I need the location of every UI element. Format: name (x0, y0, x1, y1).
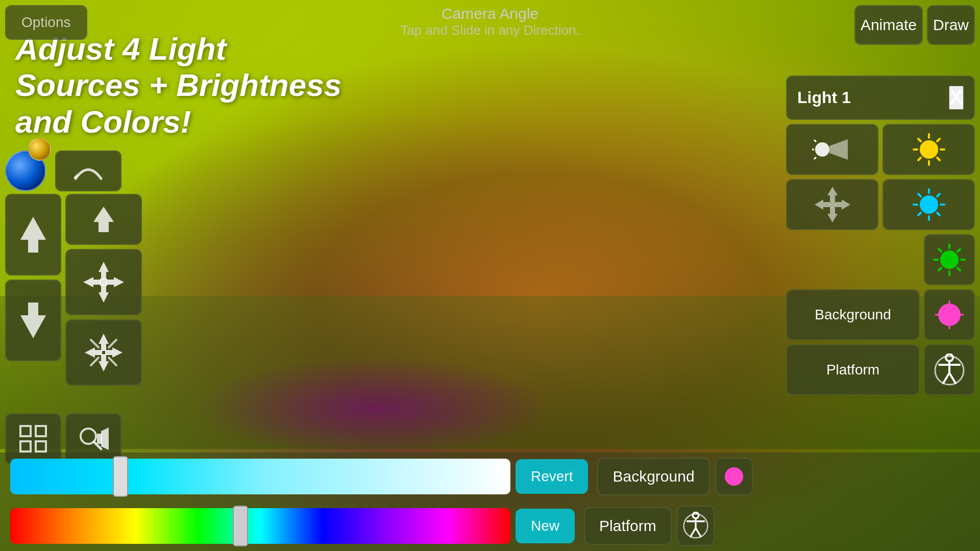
svg-marker-4 (99, 262, 109, 280)
svg-marker-2 (20, 303, 46, 338)
svg-marker-1 (20, 217, 46, 253)
svg-line-13 (91, 340, 99, 347)
svg-point-43 (829, 202, 836, 208)
green-sun-button[interactable] (924, 234, 975, 285)
platform-row: Platform (786, 344, 975, 395)
svg-point-67 (946, 354, 953, 361)
light-direction-icon (812, 184, 853, 225)
left-controls (5, 194, 142, 386)
yellow-sun-button[interactable] (883, 124, 975, 175)
vertical-arrows-col (5, 194, 61, 386)
accessibility-button[interactable] (924, 344, 975, 395)
move-up-button[interactable] (65, 194, 142, 245)
color-slider-row: New Platform (0, 500, 980, 551)
down-arrow-button[interactable] (5, 280, 61, 361)
bottom-panel: Revert Background New Platform (0, 453, 980, 551)
svg-point-74 (693, 512, 699, 518)
svg-marker-10 (85, 347, 102, 358)
accessibility-slider-icon (683, 512, 708, 540)
svg-line-35 (918, 139, 921, 141)
up-arrow-icon (18, 214, 48, 255)
svg-line-29 (814, 157, 816, 159)
svg-rect-20 (36, 441, 46, 452)
green-sun-icon (932, 242, 967, 278)
grid-icon (18, 423, 48, 454)
arc-icon (70, 158, 106, 184)
background-button[interactable]: Background (786, 289, 920, 340)
color-ball-yellow[interactable] (28, 138, 51, 161)
svg-line-71 (949, 373, 955, 383)
svg-line-37 (918, 158, 921, 160)
light-intensity-row (786, 124, 975, 175)
background-row: Background (786, 289, 975, 340)
platform-button[interactable]: Platform (786, 344, 920, 395)
color-spheres (5, 151, 46, 191)
svg-point-62 (938, 304, 961, 326)
arc-button[interactable] (55, 151, 121, 191)
revert-button[interactable]: Revert (516, 459, 588, 494)
svg-line-36 (937, 139, 940, 141)
svg-rect-19 (20, 441, 31, 452)
close-light-button[interactable]: X (949, 86, 964, 110)
move-diagonal-icon (81, 330, 127, 375)
cyan-sun-button[interactable] (883, 179, 975, 230)
svg-marker-6 (83, 277, 101, 287)
cyan-sun-icon (911, 187, 947, 222)
svg-line-14 (109, 340, 116, 347)
color-slider[interactable] (10, 508, 510, 544)
svg-point-30 (920, 140, 938, 159)
svg-marker-39 (827, 187, 838, 202)
svg-marker-9 (99, 334, 109, 351)
svg-marker-11 (105, 347, 122, 358)
svg-rect-18 (36, 426, 46, 436)
up-arrow-button[interactable] (5, 194, 61, 276)
camera-angle-subtitle: Tap and Slide in any Direction. (400, 22, 579, 38)
svg-line-78 (696, 528, 701, 537)
svg-line-70 (943, 373, 949, 383)
svg-rect-24 (97, 434, 102, 444)
spotlight-icon (812, 132, 853, 167)
move-diagonal-button[interactable] (65, 319, 142, 386)
camera-angle-title: Camera Angle (400, 5, 579, 22)
new-button[interactable]: New (516, 509, 575, 543)
4dir-controls (65, 194, 142, 386)
svg-marker-3 (93, 207, 114, 232)
svg-marker-42 (835, 199, 850, 210)
zoom-icon (76, 423, 111, 454)
platform-label-slider: Platform (584, 507, 672, 545)
brightness-thumb[interactable] (113, 456, 128, 497)
svg-point-53 (940, 251, 959, 269)
pink-dot-button[interactable] (924, 289, 975, 340)
brightness-slider-row: Revert Background (0, 453, 980, 500)
svg-line-58 (939, 249, 941, 252)
background-label-slider: Background (597, 458, 709, 495)
accessibility-slider[interactable] (677, 506, 715, 546)
pink-dot-slider[interactable] (715, 458, 753, 495)
top-spacer (786, 5, 975, 71)
light-panel-label: Light 1 (797, 88, 851, 107)
move-4dir-button[interactable] (65, 249, 142, 315)
svg-line-50 (937, 194, 940, 196)
svg-line-38 (937, 158, 940, 160)
brightness-slider[interactable] (10, 459, 510, 494)
svg-line-77 (691, 528, 696, 537)
svg-line-28 (814, 140, 816, 142)
svg-rect-8 (100, 279, 107, 286)
light-panel: Light 1 X (786, 76, 975, 120)
light-direction-button[interactable] (786, 179, 878, 230)
svg-line-16 (109, 358, 116, 365)
pink-dot-slider-icon (721, 464, 747, 489)
svg-marker-40 (827, 207, 838, 222)
svg-point-25 (815, 142, 829, 157)
svg-point-73 (725, 467, 743, 486)
headline-line2: Sources + Brightness (15, 67, 341, 103)
svg-marker-7 (106, 277, 124, 287)
color-thumb[interactable] (233, 506, 248, 546)
svg-point-44 (920, 195, 938, 214)
white-sun-button[interactable] (786, 124, 878, 175)
svg-line-49 (918, 194, 921, 196)
svg-line-60 (939, 268, 941, 270)
options-button[interactable]: Options (5, 5, 87, 40)
turtle-shadow (196, 357, 553, 459)
headline-line3: and Colors! (15, 104, 341, 140)
